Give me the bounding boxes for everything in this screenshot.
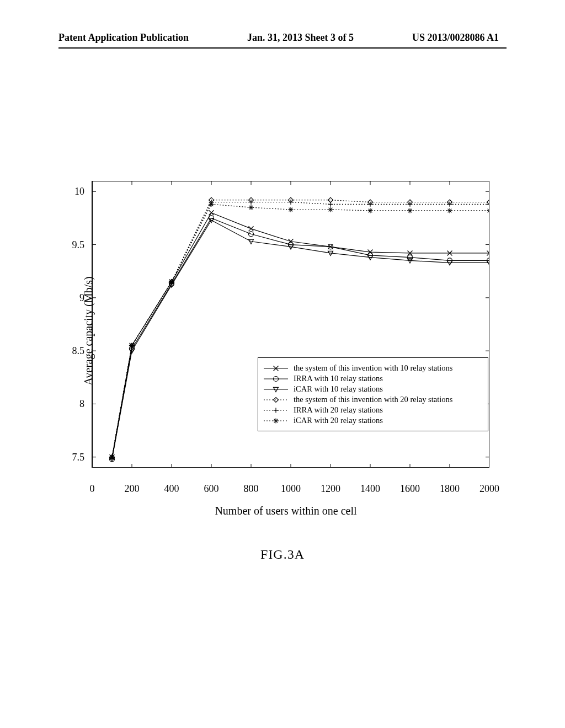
x-axis-label: Number of users within one cell: [215, 505, 356, 517]
page-header: Patent Application Publication Jan. 31, …: [0, 32, 565, 44]
x-tick-label: 0: [90, 483, 95, 495]
legend-entry: IRRA with 10 relay stations: [264, 374, 482, 383]
y-tick-label: 9.5: [72, 239, 85, 250]
x-tick-label: 1800: [440, 483, 460, 495]
y-tick-label: 7.5: [72, 451, 85, 463]
legend-label: iCAR with 10 relay stations: [294, 384, 383, 394]
legend-label: the system of this invention with 20 rel…: [294, 395, 452, 404]
chart-container: Average capacity (Mb/s) Number of users …: [71, 176, 501, 485]
y-tick-label: 9: [79, 292, 84, 303]
legend-entry: iCAR with 10 relay stations: [264, 384, 482, 394]
legend-label: the system of this invention with 10 rel…: [294, 363, 452, 373]
y-tick-label: 10: [74, 186, 84, 197]
x-tick-label: 800: [244, 483, 259, 495]
legend-swatch: [264, 375, 288, 383]
y-tick-label: 8: [79, 398, 84, 410]
x-tick-label: 1600: [400, 483, 420, 495]
x-tick-label: 400: [164, 483, 179, 495]
header-left: Patent Application Publication: [58, 32, 189, 44]
legend-swatch: [264, 396, 288, 404]
y-tick-label: 8.5: [72, 345, 85, 357]
legend-entry: IRRA with 20 relay stations: [264, 405, 482, 415]
header-mid: Jan. 31, 2013 Sheet 3 of 5: [247, 32, 354, 44]
header-right: US 2013/0028086 A1: [412, 32, 499, 44]
legend-swatch: [264, 365, 288, 372]
legend-entry: the system of this invention with 10 rel…: [264, 363, 482, 373]
legend-swatch: [264, 406, 288, 414]
figure-3a: Average capacity (Mb/s) Number of users …: [71, 176, 501, 485]
legend-swatch: [264, 386, 288, 393]
x-tick-label: 600: [204, 483, 219, 495]
legend-swatch: [264, 417, 288, 425]
plot-area: the system of this invention with 10 rel…: [92, 181, 489, 468]
x-tick-label: 1200: [321, 483, 340, 495]
legend-label: IRRA with 10 relay stations: [294, 374, 383, 383]
x-tick-label: 2000: [479, 483, 499, 495]
chart-legend: the system of this invention with 10 rel…: [258, 357, 488, 431]
legend-label: IRRA with 20 relay stations: [294, 405, 383, 415]
legend-entry: iCAR with 20 relay stations: [264, 416, 482, 425]
legend-entry: the system of this invention with 20 rel…: [264, 395, 482, 404]
header-rule: [58, 47, 507, 49]
x-tick-label: 1000: [281, 483, 301, 495]
legend-label: iCAR with 20 relay stations: [294, 416, 383, 425]
figure-caption: FIG.3A: [260, 547, 305, 562]
x-tick-label: 200: [125, 483, 140, 495]
x-tick-label: 1400: [360, 483, 380, 495]
